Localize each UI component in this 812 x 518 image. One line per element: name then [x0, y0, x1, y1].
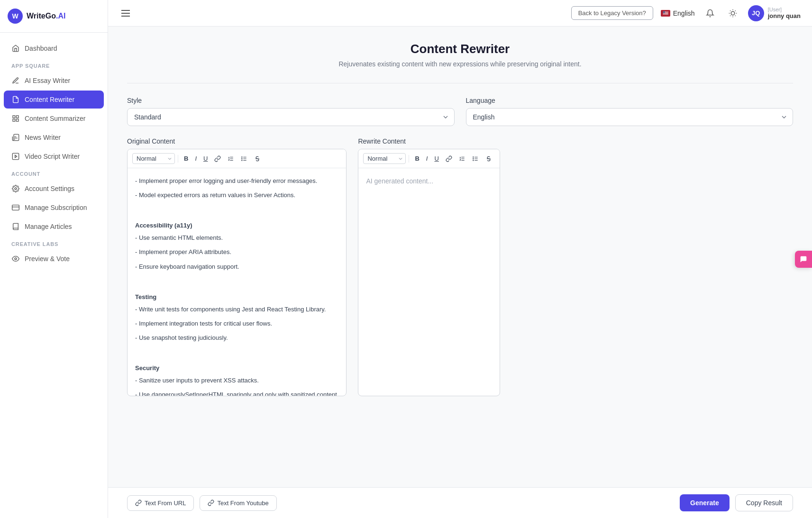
italic-button[interactable]: I [192, 153, 200, 164]
account-section: ACCOUNT [0, 166, 108, 179]
main-content: Content Rewriter Rejuvenates existing co… [108, 27, 812, 487]
sidebar-item-account-settings[interactable]: Account Settings [4, 180, 104, 198]
document-icon [11, 95, 20, 104]
sidebar-item-manage-articles[interactable]: Manage Articles [4, 218, 104, 236]
rewrite-link-button[interactable] [443, 154, 455, 164]
rewrite-content-section: Rewrite Content Normal Heading 1 Heading… [358, 137, 500, 396]
rewrite-bold-button[interactable]: B [412, 153, 422, 164]
logo-icon: W [8, 9, 23, 24]
app-square-section: APP SQUARE [0, 58, 108, 71]
sidebar-item-label: Content Summarizer [25, 115, 85, 122]
rewrite-format-select[interactable]: Normal Heading 1 Heading 2 Heading 3 [363, 153, 406, 164]
language-select[interactable]: English Spanish French German Italian Po… [466, 108, 794, 126]
floating-feedback-button[interactable] [795, 251, 812, 268]
original-content-section: Original Content Normal Heading 1 Headin… [127, 137, 347, 396]
sidebar-item-dashboard[interactable]: Dashboard [4, 39, 104, 57]
svg-line-18 [735, 10, 735, 11]
sidebar-item-news-writer[interactable]: News Writer [4, 128, 104, 146]
sidebar-item-label: Manage Subscription [25, 204, 87, 211]
sidebar-nav: Dashboard APP SQUARE AI Essay Writer Con… [0, 33, 108, 518]
sidebar-item-label: News Writer [25, 134, 61, 141]
theme-toggle-button[interactable] [725, 6, 740, 21]
creative-labs-section: CREATIVE LABS [0, 236, 108, 249]
toolbar-separator [178, 155, 178, 163]
avatar: JQ [748, 5, 764, 21]
sidebar-item-content-rewriter[interactable]: Content Rewriter [4, 91, 104, 109]
link-button[interactable] [211, 154, 224, 164]
rewrite-content-editor[interactable]: AI generated content... [358, 168, 499, 396]
rewrite-ordered-list-button[interactable] [456, 154, 468, 164]
bold-button[interactable]: B [181, 153, 191, 164]
home-icon [11, 44, 20, 53]
svg-rect-7 [12, 205, 19, 210]
unordered-list-button[interactable] [238, 154, 250, 164]
newspaper-icon [11, 133, 20, 142]
svg-line-17 [730, 15, 730, 16]
user-info: [User] jonny quan [768, 7, 801, 19]
language-label: English [673, 9, 695, 17]
svg-rect-4 [12, 153, 18, 159]
svg-point-10 [731, 11, 735, 15]
menu-button[interactable] [119, 8, 132, 18]
sidebar-item-ai-essay-writer[interactable]: AI Essay Writer [4, 72, 104, 90]
rewrite-italic-button[interactable]: I [423, 153, 431, 164]
header: Back to Legacy Version? 🇺🇸 English JQ [U… [108, 0, 812, 27]
rewrite-strikethrough-button[interactable] [483, 154, 495, 164]
rewrite-content-label: Rewrite Content [358, 137, 500, 145]
user-name: jonny quan [768, 12, 801, 19]
original-content-label: Original Content [127, 137, 347, 145]
sidebar-item-video-script-writer[interactable]: Video Script Writer [4, 147, 104, 165]
svg-point-26 [242, 158, 242, 159]
generate-button[interactable]: Generate [680, 494, 730, 511]
sidebar-item-label: Manage Articles [25, 223, 72, 230]
url-button-label: Text From URL [145, 500, 186, 507]
legacy-version-button[interactable]: Back to Legacy Version? [571, 6, 653, 20]
rewrite-unordered-list-button[interactable] [469, 154, 482, 164]
svg-point-6 [15, 188, 17, 190]
style-select[interactable]: Standard Creative Formal Casual Academic [127, 108, 455, 126]
credit-card-icon [11, 203, 20, 212]
original-content-panel: Normal Heading 1 Heading 2 Heading 3 B I… [127, 149, 347, 396]
sidebar: W WriteGo.AI Dashboard APP SQUARE AI Ess… [0, 0, 108, 518]
sidebar-item-label: Preview & Vote [25, 255, 70, 263]
format-select[interactable]: Normal Heading 1 Heading 2 Heading 3 [132, 153, 175, 164]
editors-row: Original Content Normal Heading 1 Headin… [127, 137, 793, 396]
text-from-url-button[interactable]: Text From URL [127, 495, 194, 511]
ai-placeholder: AI generated content... [366, 177, 433, 185]
sidebar-item-preview-vote[interactable]: Preview & Vote [4, 250, 104, 268]
hamburger-line [121, 16, 130, 17]
ordered-list-button[interactable] [225, 154, 237, 164]
eye-icon [11, 254, 20, 263]
hamburger-line [121, 10, 130, 11]
svg-rect-1 [16, 116, 18, 118]
style-label: Style [127, 97, 455, 104]
svg-point-37 [473, 160, 474, 160]
bottom-right: Generate Copy Result [680, 494, 793, 511]
grid-icon [11, 114, 20, 123]
svg-point-36 [473, 158, 474, 159]
text-from-youtube-button[interactable]: Text From Youtube [200, 495, 276, 511]
copy-result-button[interactable]: Copy Result [735, 494, 793, 511]
sidebar-item-label: Dashboard [25, 45, 57, 52]
language-selector[interactable]: 🇺🇸 English [661, 9, 695, 17]
svg-point-25 [242, 156, 242, 157]
sidebar-item-label: Content Rewriter [25, 96, 74, 103]
bottom-bar: Text From URL Text From Youtube Generate… [108, 487, 812, 518]
us-flag-icon: 🇺🇸 [661, 10, 670, 17]
rewrite-underline-button[interactable]: U [431, 153, 441, 164]
pencil-icon [11, 76, 20, 85]
strikethrough-button[interactable] [251, 154, 264, 164]
hamburger-line [121, 13, 130, 14]
notifications-button[interactable] [703, 6, 718, 21]
sidebar-item-label: Account Settings [25, 185, 74, 192]
svg-line-13 [730, 10, 730, 11]
svg-point-27 [242, 160, 242, 160]
original-content-editor[interactable]: - Implement proper error logging and use… [128, 168, 346, 396]
sidebar-item-manage-subscription[interactable]: Manage Subscription [4, 199, 104, 217]
sidebar-item-content-summarizer[interactable]: Content Summarizer [4, 109, 104, 127]
article-icon [11, 222, 20, 231]
user-tag: [User] [768, 7, 801, 12]
underline-button[interactable]: U [201, 153, 210, 164]
page-title: Content Rewriter [127, 42, 793, 56]
user-profile[interactable]: JQ [User] jonny quan [748, 5, 801, 21]
